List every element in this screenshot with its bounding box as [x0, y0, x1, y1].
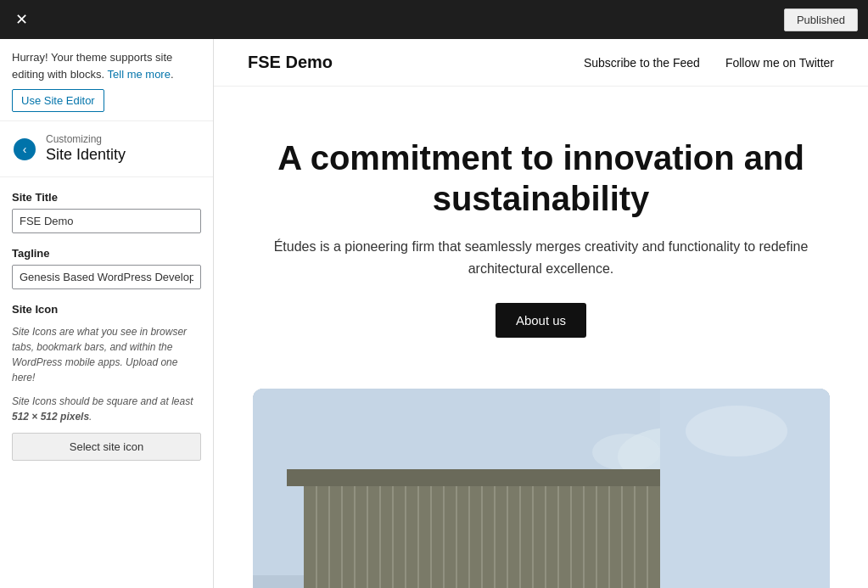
hero-cta-button[interactable]: About us: [496, 303, 586, 338]
customizing-text: Customizing Site Identity: [46, 133, 126, 165]
use-site-editor-button[interactable]: Use Site Editor: [12, 89, 104, 112]
customizing-breadcrumb: Customizing: [46, 133, 126, 145]
site-title-input[interactable]: [12, 209, 201, 233]
site-preview: FSE Demo Subscribe to the Feed Follow me…: [214, 39, 868, 588]
site-icon-desc2: Site Icons should be square and at least…: [12, 394, 201, 424]
published-button[interactable]: Published: [784, 8, 858, 31]
site-logo: FSE Demo: [248, 53, 333, 72]
nav-subscribe-link[interactable]: Subscribe to the Feed: [584, 56, 700, 70]
site-icon-label: Site Icon: [12, 303, 201, 316]
sidebar-form: Site Title Tagline Site Icon Site Icons …: [0, 177, 213, 488]
site-icon-section: Site Icon Site Icons are what you see in…: [12, 303, 201, 461]
tagline-input[interactable]: [12, 265, 201, 289]
main-layout: Hurray! Your theme supports site editing…: [0, 39, 868, 588]
tell-more-link[interactable]: Tell me more: [108, 68, 171, 81]
site-icon-size: 512 × 512 pixels: [12, 411, 89, 423]
hero-description: Études is a pioneering firm that seamles…: [253, 236, 830, 279]
site-icon-desc2-prefix: Site Icons should be square and at least: [12, 395, 193, 407]
site-title-label: Site Title: [12, 191, 201, 204]
building-illustration: [253, 389, 830, 588]
tagline-group: Tagline: [12, 247, 201, 289]
close-button[interactable]: ✕: [10, 8, 33, 31]
building-image: [253, 389, 830, 588]
site-title-group: Site Title: [12, 191, 201, 233]
nav-twitter-link[interactable]: Follow me on Twitter: [725, 56, 834, 70]
site-icon-desc1: Site Icons are what you see in browser t…: [12, 324, 201, 385]
sidebar: Hurray! Your theme supports site editing…: [0, 39, 214, 588]
customizing-header: ‹ Customizing Site Identity: [0, 121, 213, 177]
svg-point-43: [686, 406, 787, 456]
top-bar: ✕ Published: [0, 0, 868, 39]
customizing-section-title: Site Identity: [46, 145, 126, 165]
tagline-label: Tagline: [12, 247, 201, 260]
site-nav: Subscribe to the Feed Follow me on Twitt…: [584, 56, 834, 70]
hero-title: A commitment to innovation and sustainab…: [253, 137, 830, 219]
site-icon-desc2-suffix: .: [89, 411, 92, 423]
hero-section: A commitment to innovation and sustainab…: [219, 87, 864, 372]
theme-notice: Hurray! Your theme supports site editing…: [0, 39, 213, 121]
back-button[interactable]: ‹: [14, 138, 36, 160]
svg-rect-35: [287, 469, 669, 486]
site-header: FSE Demo Subscribe to the Feed Follow me…: [214, 39, 868, 87]
svg-point-4: [592, 434, 660, 471]
select-site-icon-button[interactable]: Select site icon: [12, 433, 201, 461]
